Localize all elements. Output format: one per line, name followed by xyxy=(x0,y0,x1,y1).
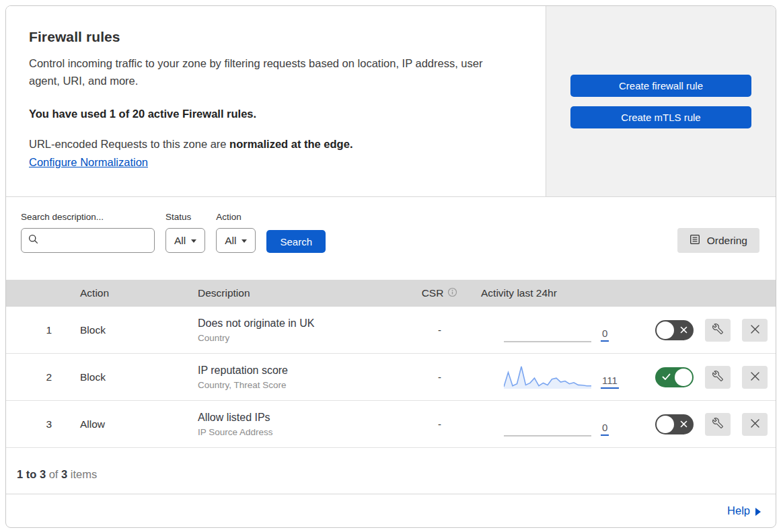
table-row: 2 Block IP reputation score Country, Thr… xyxy=(6,354,776,401)
csr-column-header: CSR xyxy=(422,287,458,300)
rule-description: Does not originate in UK xyxy=(198,317,408,330)
activity-sparkline xyxy=(504,412,591,437)
ordering-list-icon xyxy=(690,234,700,248)
help-link[interactable]: Help xyxy=(727,504,761,517)
rule-description: IP reputation score xyxy=(198,365,408,377)
rule-description-cell: IP reputation score Country, Threat Scor… xyxy=(186,365,408,390)
toggle-knob xyxy=(657,321,674,339)
header-actions-panel: Create firewall rule Create mTLS rule xyxy=(546,6,776,196)
delete-rule-button[interactable] xyxy=(742,413,768,436)
search-button[interactable]: Search xyxy=(266,230,326,253)
action-select[interactable]: All xyxy=(216,228,256,253)
help-row: Help xyxy=(6,494,776,527)
rule-action: Block xyxy=(68,324,186,336)
rule-priority: 1 xyxy=(6,324,68,336)
close-icon xyxy=(750,324,760,336)
search-input[interactable] xyxy=(44,235,145,246)
rule-csr-value: - xyxy=(408,418,472,430)
action-label: Action xyxy=(216,212,256,222)
rule-criteria: IP Source Address xyxy=(198,427,408,437)
toggle-state-icon xyxy=(657,367,675,387)
delete-rule-button[interactable] xyxy=(742,366,768,389)
rule-controls xyxy=(630,319,776,342)
wrench-icon xyxy=(712,371,723,383)
csr-header-label: CSR xyxy=(422,287,444,299)
normalization-bold: normalized at the edge. xyxy=(229,138,352,150)
rule-criteria: Country xyxy=(198,333,408,343)
description-column-header: Description xyxy=(186,287,408,299)
search-label: Search description... xyxy=(21,212,155,222)
activity-column-header: Activity last 24hr xyxy=(472,287,630,299)
items-total: 3 xyxy=(61,468,67,481)
page-description: Control incoming traffic to your zone by… xyxy=(29,54,513,90)
usage-summary: You have used 1 of 20 active Firewall ru… xyxy=(29,108,517,120)
rule-controls xyxy=(630,366,776,389)
rule-enabled-toggle[interactable] xyxy=(655,414,694,434)
rule-criteria: Country, Threat Score xyxy=(198,380,408,390)
rule-action: Block xyxy=(68,371,186,383)
wrench-icon xyxy=(712,418,723,430)
edit-rule-button[interactable] xyxy=(705,366,731,389)
activity-count-link[interactable]: 111 xyxy=(601,375,619,389)
search-icon xyxy=(28,234,38,247)
normalization-prefix: URL-encoded Requests to this zone are xyxy=(29,138,229,150)
ordering-button-label: Ordering xyxy=(707,235,747,247)
action-selected-value: All xyxy=(225,235,236,247)
rule-csr-value: - xyxy=(408,324,472,336)
search-field-group: Search description... xyxy=(21,212,155,253)
rule-activity-cell: 0 xyxy=(472,412,630,437)
configure-normalization-link[interactable]: Configure Normalization xyxy=(29,156,148,169)
action-filter-group: Action All xyxy=(216,212,256,253)
page-title: Firewall rules xyxy=(29,29,517,45)
rule-description-cell: Allow listed IPs IP Source Address xyxy=(186,412,408,437)
search-input-wrapper xyxy=(21,228,155,253)
rule-csr-value: - xyxy=(408,371,472,383)
ordering-button[interactable]: Ordering xyxy=(677,228,759,253)
create-firewall-rule-button[interactable]: Create firewall rule xyxy=(570,75,751,97)
rule-activity-cell: 0 xyxy=(472,317,630,343)
toggle-knob xyxy=(675,369,692,386)
status-selected-value: All xyxy=(174,235,186,247)
items-range: 1 to 3 xyxy=(17,468,46,481)
status-label: Status xyxy=(165,212,205,222)
delete-rule-button[interactable] xyxy=(742,319,768,342)
action-column-header: Action xyxy=(68,287,186,299)
edit-rule-button[interactable] xyxy=(705,319,731,342)
edit-rule-button[interactable] xyxy=(705,413,731,436)
activity-count-link[interactable]: 0 xyxy=(601,422,609,436)
items-label: items xyxy=(67,468,97,481)
status-filter-group: Status All xyxy=(165,212,205,253)
firewall-rules-panel: Firewall rules Control incoming traffic … xyxy=(5,5,776,528)
table-row: 3 Allow Allow listed IPs IP Source Addre… xyxy=(6,401,776,448)
close-icon xyxy=(750,418,760,430)
rule-action: Allow xyxy=(68,418,186,430)
rule-priority: 3 xyxy=(6,418,68,430)
rule-description-cell: Does not originate in UK Country xyxy=(186,317,408,343)
pagination-summary: 1 to 3 of 3 items xyxy=(6,448,776,494)
activity-sparkline xyxy=(504,317,591,343)
arrow-right-icon xyxy=(755,508,761,516)
help-link-label: Help xyxy=(727,504,750,517)
wrench-icon xyxy=(712,324,723,336)
rule-controls xyxy=(630,413,776,436)
table-header-row: Action Description CSR Activity last 24h… xyxy=(6,280,776,307)
activity-sparkline xyxy=(504,365,591,390)
rule-enabled-toggle[interactable] xyxy=(655,367,694,387)
create-mtls-rule-button[interactable]: Create mTLS rule xyxy=(570,106,751,128)
chevron-down-icon xyxy=(191,239,196,243)
activity-count-link[interactable]: 0 xyxy=(601,328,609,342)
filter-bar: Search description... Status All Action … xyxy=(6,197,776,280)
normalization-note: URL-encoded Requests to this zone are no… xyxy=(29,138,517,151)
items-of-text: of xyxy=(46,468,61,481)
close-icon xyxy=(750,371,760,383)
rule-enabled-toggle[interactable] xyxy=(655,320,694,340)
toggle-state-icon xyxy=(674,320,693,340)
chevron-down-icon xyxy=(241,239,247,243)
header-zone: Firewall rules Control incoming traffic … xyxy=(6,6,776,197)
rule-description: Allow listed IPs xyxy=(198,412,408,424)
rule-priority: 2 xyxy=(6,371,68,383)
status-select[interactable]: All xyxy=(165,228,205,253)
info-icon[interactable] xyxy=(447,287,457,300)
table-row: 1 Block Does not originate in UK Country… xyxy=(6,307,776,354)
toggle-state-icon xyxy=(674,414,693,434)
